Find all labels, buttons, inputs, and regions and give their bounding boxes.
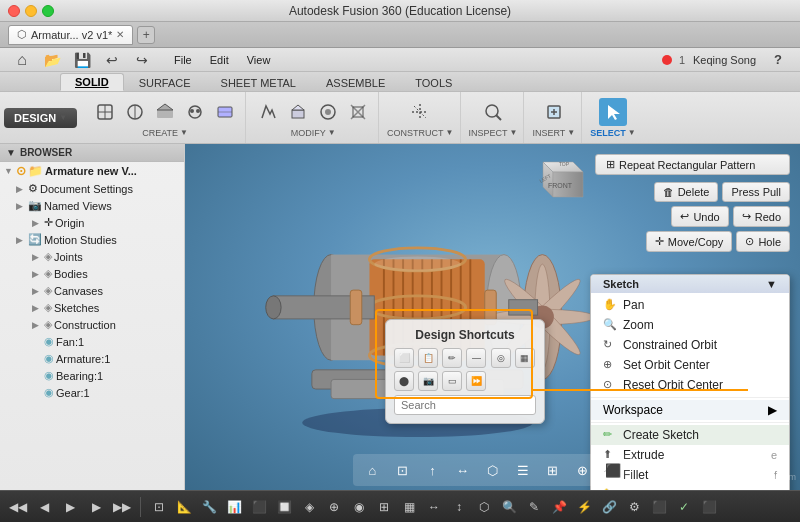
- sidebar-item-origin[interactable]: ▶ ✛ Origin: [0, 214, 184, 231]
- bottom-icon-16[interactable]: ✎: [522, 495, 546, 519]
- sidebar-item-root[interactable]: ▼ ⊙ 📁 Armature new V...: [0, 162, 184, 180]
- status-icon-next[interactable]: ▶: [84, 495, 108, 519]
- bottom-icon-4[interactable]: 📊: [222, 495, 246, 519]
- shortcut-icon-5[interactable]: ◎: [491, 348, 511, 368]
- shortcuts-search-input[interactable]: [394, 395, 536, 415]
- home-view-icon[interactable]: ⌂: [359, 456, 387, 484]
- move-copy-button[interactable]: ✛ Move/Copy: [646, 231, 733, 252]
- shortcut-icon-10[interactable]: ⏩: [466, 371, 486, 391]
- create-chevron-icon[interactable]: ▼: [180, 128, 188, 137]
- bottom-icon-22[interactable]: ✓: [672, 495, 696, 519]
- display-settings-icon[interactable]: ☰: [509, 456, 537, 484]
- shortcut-icon-3[interactable]: ✏: [442, 348, 462, 368]
- inspect-chevron-icon[interactable]: ▼: [510, 128, 518, 137]
- context-item-reset-orbit-center[interactable]: ⊙ Reset Orbit Center: [591, 375, 789, 395]
- status-icon-rewind[interactable]: ◀◀: [6, 495, 30, 519]
- sidebar-item-construction[interactable]: ▶ ◈ Construction: [0, 316, 184, 333]
- menu-item-edit[interactable]: Edit: [202, 52, 237, 68]
- bottom-icon-21[interactable]: ⬛: [647, 495, 671, 519]
- undo-menu-icon[interactable]: ↩: [98, 46, 126, 74]
- snap-icon[interactable]: ⊕: [569, 456, 597, 484]
- undo-button[interactable]: ↩ Undo: [671, 206, 728, 227]
- shortcut-icon-4[interactable]: —: [466, 348, 486, 368]
- view-persp-icon[interactable]: ⬡: [479, 456, 507, 484]
- bottom-icon-20[interactable]: ⚙: [622, 495, 646, 519]
- bottom-icon-3[interactable]: 🔧: [197, 495, 221, 519]
- create-icon-3[interactable]: [151, 98, 179, 126]
- sidebar-item-bodies[interactable]: ▶ ◈ Bodies: [0, 265, 184, 282]
- bottom-icon-2[interactable]: 📐: [172, 495, 196, 519]
- redo-menu-icon[interactable]: ↪: [128, 46, 156, 74]
- toolbar-tab-sheet-metal[interactable]: SHEET METAL: [206, 74, 311, 91]
- repeat-pattern-button[interactable]: ⊞ Repeat Rectangular Pattern: [595, 154, 790, 175]
- bottom-icon-1[interactable]: ⊡: [147, 495, 171, 519]
- status-icon-prev[interactable]: ◀: [32, 495, 56, 519]
- active-tab[interactable]: ⬡ Armatur... v2 v1* ✕: [8, 25, 133, 45]
- open-icon[interactable]: 📂: [38, 46, 66, 74]
- redo-button[interactable]: ↪ Redo: [733, 206, 790, 227]
- sidebar-item-motion-studies[interactable]: ▶ 🔄 Motion Studies: [0, 231, 184, 248]
- status-icon-play[interactable]: ▶: [58, 495, 82, 519]
- sidebar-item-armature[interactable]: ◉ Armature:1: [0, 350, 184, 367]
- window-controls[interactable]: [8, 5, 54, 17]
- modify-icon-3[interactable]: [314, 98, 342, 126]
- sidebar-item-doc-settings[interactable]: ▶ ⚙ Document Settings: [0, 180, 184, 197]
- create-icon-1[interactable]: [91, 98, 119, 126]
- create-icon-2[interactable]: [121, 98, 149, 126]
- construct-icon-1[interactable]: [406, 98, 434, 126]
- create-icon-5[interactable]: [211, 98, 239, 126]
- select-icon-1[interactable]: [599, 98, 627, 126]
- close-button[interactable]: [8, 5, 20, 17]
- context-item-constrained-orbit[interactable]: ↻ Constrained Orbit: [591, 335, 789, 355]
- viewport[interactable]: FRONT LEFT TOP ⊞ Repeat Rectangular Patt…: [185, 144, 800, 490]
- view-side-icon[interactable]: ↔: [449, 456, 477, 484]
- insert-icon-1[interactable]: [540, 98, 568, 126]
- expand-icon[interactable]: ▼: [6, 147, 16, 158]
- bottom-icon-15[interactable]: 🔍: [497, 495, 521, 519]
- sidebar-item-bearing[interactable]: ◉ Bearing:1: [0, 367, 184, 384]
- context-item-workspace[interactable]: Workspace ▶: [591, 400, 789, 420]
- modify-chevron-icon[interactable]: ▼: [328, 128, 336, 137]
- bottom-icon-14[interactable]: ⬡: [472, 495, 496, 519]
- shortcut-icon-1[interactable]: ⬜: [394, 348, 414, 368]
- modify-icon-2[interactable]: [284, 98, 312, 126]
- create-icon-4[interactable]: [181, 98, 209, 126]
- section-icon[interactable]: ⬛: [599, 456, 627, 484]
- bottom-icon-10[interactable]: ⊞: [372, 495, 396, 519]
- bottom-icon-11[interactable]: ▦: [397, 495, 421, 519]
- design-dropdown[interactable]: DESIGN ▼: [4, 108, 77, 128]
- bottom-icon-6[interactable]: 🔲: [272, 495, 296, 519]
- new-tab-button[interactable]: +: [137, 26, 155, 44]
- bottom-icon-7[interactable]: ◈: [297, 495, 321, 519]
- bottom-icon-8[interactable]: ⊕: [322, 495, 346, 519]
- shortcut-icon-6[interactable]: ▦: [515, 348, 535, 368]
- sidebar-item-named-views[interactable]: ▶ 📷 Named Views: [0, 197, 184, 214]
- shortcut-icon-7[interactable]: ⬤: [394, 371, 414, 391]
- help-icon[interactable]: ?: [764, 46, 792, 74]
- context-item-zoom[interactable]: 🔍 Zoom: [591, 315, 789, 335]
- inspect-icon-1[interactable]: [479, 98, 507, 126]
- context-item-set-orbit-center[interactable]: ⊕ Set Orbit Center: [591, 355, 789, 375]
- toolbar-tab-assemble[interactable]: ASSEMBLE: [311, 74, 400, 91]
- save-icon[interactable]: 💾: [68, 46, 96, 74]
- menu-item-file[interactable]: File: [166, 52, 200, 68]
- maximize-button[interactable]: [42, 5, 54, 17]
- toolbar-tab-tools[interactable]: TOOLS: [400, 74, 467, 91]
- user-name[interactable]: Keqing Song: [693, 54, 756, 66]
- bottom-icon-19[interactable]: 🔗: [597, 495, 621, 519]
- tab-close-icon[interactable]: ✕: [116, 29, 124, 40]
- toolbar-tab-solid[interactable]: SOLID: [60, 73, 124, 91]
- toolbar-tab-surface[interactable]: SURFACE: [124, 74, 206, 91]
- construct-chevron-icon[interactable]: ▼: [446, 128, 454, 137]
- fit-view-icon[interactable]: ⊡: [389, 456, 417, 484]
- modify-icon-1[interactable]: [254, 98, 282, 126]
- modify-icon-4[interactable]: [344, 98, 372, 126]
- shortcut-icon-9[interactable]: ▭: [442, 371, 462, 391]
- bottom-icon-12[interactable]: ↔: [422, 495, 446, 519]
- viewcube[interactable]: FRONT LEFT TOP: [528, 152, 588, 212]
- sidebar-item-gear[interactable]: ◉ Gear:1: [0, 384, 184, 401]
- sidebar-item-fan[interactable]: ◉ Fan:1: [0, 333, 184, 350]
- press-pull-button[interactable]: Press Pull: [722, 182, 790, 202]
- context-item-create-sketch[interactable]: ✏ Create Sketch: [591, 425, 789, 445]
- sidebar-item-sketches[interactable]: ▶ ◈ Sketches: [0, 299, 184, 316]
